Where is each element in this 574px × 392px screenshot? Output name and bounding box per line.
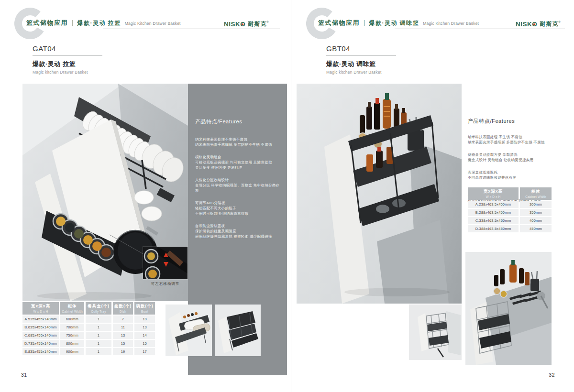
feature-paragraph: 自带防尘滑轨盖板保护滑轨的稳重及顺滑度采用品牌缓冲隐藏滑轨 推拉轻柔 减少碗碟碰…	[195, 223, 280, 239]
feature-paragraph: 模块化灵动组合可移动底板及碗碟架 均可独立使用 且随意提取灵活多变 使用方便 更…	[195, 154, 280, 170]
feature-line: 模块化灵动组合	[195, 154, 280, 160]
table-cell: 17	[134, 348, 155, 355]
detail-inset-caption: 可左右移动调节	[143, 282, 188, 286]
table-cell: 800mm	[60, 340, 84, 347]
table-header-cell: 宽x深x高W x D x H	[22, 302, 59, 315]
table-header-cell: 餐具盒(个)Cutly Tray	[86, 302, 111, 315]
table-cell: 15	[113, 340, 133, 347]
brand-logo-left: NISKO 耐斯克 ®	[224, 20, 269, 28]
table-cell: B.288x463.5x450mm	[468, 209, 519, 216]
table-header-cell: 碗数(个)Bowl	[134, 302, 155, 315]
table-cell: 1	[86, 348, 111, 355]
product-intro-left: GAT04 爆款·灵动 拉篮 Magic kitchen Drawer Bask…	[33, 44, 102, 75]
product-code: GAT04	[33, 44, 102, 53]
logo-dot-icon	[533, 23, 535, 25]
feature-line: 不同高度调味瓶收纳井然有序	[468, 175, 564, 180]
thumb-photo-left-2	[215, 305, 261, 356]
product-name-en: Magic kitchen Drawer Basket	[326, 70, 396, 75]
page-header-left: 篮式储物应用 | 爆款·灵动 拉篮 Magic Kitchen Drawer B…	[26, 19, 181, 27]
thumb-photo-left-1	[166, 305, 212, 356]
table-cell: 14	[134, 332, 155, 339]
table-cell: A.535x455x140mm	[22, 316, 59, 323]
table-cell: C.685x455x140mm	[22, 332, 59, 339]
catalog-spread: 篮式储物应用 | 爆款·灵动 拉篮 Magic Kitchen Drawer B…	[0, 0, 574, 392]
table-cell: D.388x463.5x450mm	[468, 225, 519, 232]
hero-photo-right	[297, 84, 462, 304]
feature-line: 不用时可拆卸 拒绝约束随意摆放	[195, 211, 280, 216]
table-cell: 7	[113, 316, 133, 323]
table-cell: 19	[113, 348, 133, 355]
table-cell: 1	[86, 332, 111, 339]
page-header-right: 篮式储物应用 | 爆款·灵动 调味篮 Magic Kitchen Drawer …	[318, 19, 479, 27]
table-cell: B.635x455x140mm	[22, 324, 59, 331]
table-cell: 1	[86, 324, 111, 331]
features-list: 纳米科技表面处理不生锈不腐蚀纳米表面光滑手感细腻 多层防护不生锈 不腐蚀模块化灵…	[195, 137, 280, 239]
table-cell: 10	[134, 316, 155, 323]
table-header-cell: 盘数(个)Dish	[113, 302, 133, 315]
feature-line: 人性化分区收纳设计	[195, 177, 280, 183]
page-number-right: 32	[543, 372, 555, 378]
feature-line: 纳米表面光滑手感细腻 多层防护不生锈 不腐蚀	[468, 140, 564, 145]
feature-line: 纳米表面光滑手感细腻 多层防护不生锈 不腐蚀	[195, 142, 280, 147]
feature-line: 可移动底板及碗碟架 均可独立使用 且随意提取	[195, 160, 280, 165]
product-name-en: Magic kitchen Drawer Basket	[33, 70, 102, 75]
feature-line: 轻松匹配不同大小的瓶子	[195, 206, 280, 211]
feature-paragraph: 可调节ABS分隔板轻松匹配不同大小的瓶子不用时可拆卸 拒绝约束随意摆放	[195, 200, 280, 216]
table-cell: 450mm	[520, 225, 552, 232]
table-cell: 1	[86, 316, 111, 323]
registered-mark: ®	[266, 21, 268, 23]
table-cell: D.735x455x140mm	[22, 340, 59, 347]
detail-inset-photo	[143, 247, 188, 279]
header-rule-right	[395, 29, 565, 29]
table-cell: E.835x455x140mm	[22, 348, 59, 355]
feature-line: 高深盒体低矮瓶托	[468, 170, 564, 175]
product-rule	[33, 55, 102, 56]
section-title: 篮式储物应用	[318, 19, 360, 27]
table-cell: 750mm	[60, 332, 84, 339]
page-gutter-divider	[291, 0, 291, 392]
thumb-photo-right-small	[409, 305, 462, 360]
registered-mark: ®	[558, 21, 560, 23]
table-header-cell: 柜体Cabinet Width	[60, 302, 84, 315]
brand-logo-right: NISKO 耐斯克 ®	[516, 20, 561, 28]
page-number-left: 31	[21, 372, 27, 378]
section-title: 篮式储物应用	[26, 19, 68, 27]
feature-paragraph: 纳米科技表面处理 不生锈 不腐蚀纳米表面光滑手感细腻 多层防护不生锈 不腐蚀	[468, 134, 564, 145]
header-title-en: Magic Kitchen Drawer Basket	[125, 21, 181, 26]
feature-line: 纳米科技表面处理 不生锈 不腐蚀	[468, 134, 564, 140]
table-cell: A.238x463.5x450mm	[468, 201, 519, 208]
table-cell: 350mm	[520, 209, 552, 216]
features-title: 产品特点/Features	[468, 118, 564, 125]
product-name-cn: 爆款·灵动 调味篮	[326, 60, 396, 68]
product-rule	[326, 55, 396, 56]
spec-table-right: 宽x深x高W x D x H柜体Cabinet WidthA.238x463.5…	[468, 187, 552, 232]
header-title-en: Magic Kitchen Drawer Basket	[423, 21, 479, 26]
table-cell: 11	[113, 324, 133, 331]
feature-paragraph: 高深盒体低矮瓶托不同高度调味瓶收纳井然有序	[468, 170, 564, 180]
logo-dot-icon	[242, 23, 243, 25]
feature-line: 灵活多变 使用方便 更易打理	[195, 165, 280, 170]
product-code: GBT04	[326, 44, 396, 53]
table-cell: 900mm	[60, 348, 84, 355]
feature-paragraph: 储物盒灵动提取方便 拿取清洗魔盒式设计 灵动组合 让收纳更便捷实用	[468, 152, 564, 163]
feature-line: 采用品牌缓冲隐藏滑轨 推拉轻柔 减少碗碟碰撞	[195, 234, 280, 239]
header-title-cn: 爆款·灵动 拉篮	[77, 19, 121, 27]
feature-line: 储物盒灵动提取方便 拿取清洗	[468, 152, 564, 157]
table-cell: 1	[86, 340, 111, 347]
table-cell: 13	[113, 332, 133, 339]
header-title-cn: 爆款·灵动 调味篮	[369, 19, 419, 27]
detail-inset: 可左右移动调节	[143, 247, 188, 286]
feature-paragraph: 人性化分区收纳设计合理分区 科学收纳碗碟架、置物盒 集中收纳分类存放	[195, 177, 280, 193]
table-header-cell: 柜体Cabinet Width	[520, 187, 552, 200]
header-divider: |	[364, 19, 365, 26]
product-intro-right: GBT04 爆款·灵动 调味篮 Magic kitchen Drawer Bas…	[326, 44, 396, 75]
table-header-cell: 宽x深x高W x D x H	[468, 187, 519, 200]
product-name-cn: 爆款·灵动 拉篮	[33, 60, 102, 68]
table-cell: 600mm	[60, 316, 84, 323]
feature-paragraph: 纳米科技表面处理不生锈不腐蚀纳米表面光滑手感细腻 多层防护不生锈 不腐蚀	[195, 137, 280, 147]
feature-line: 自带防尘滑轨盖板	[195, 223, 280, 229]
table-cell: 300mm	[520, 201, 552, 208]
feature-line: 保护滑轨的稳重及顺滑度	[195, 229, 280, 234]
logo-chinese: 耐斯克	[248, 20, 266, 28]
feature-line: 纳米科技表面处理不生锈不腐蚀	[195, 137, 280, 142]
